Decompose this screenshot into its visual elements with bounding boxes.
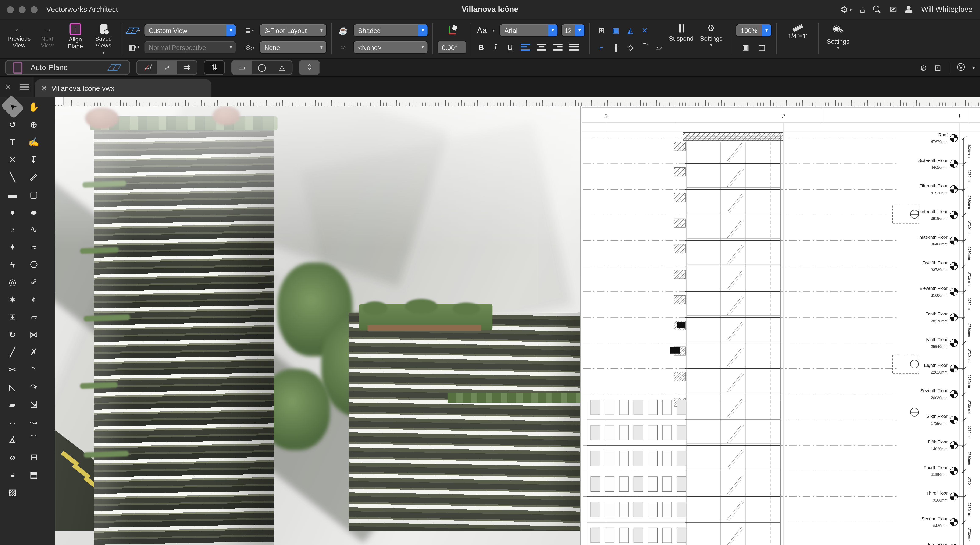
snap-to-edge-icon[interactable]: ∦: [609, 43, 623, 51]
eyedropper-tool[interactable]: ✐: [24, 274, 43, 290]
text-style-icon[interactable]: Aa: [476, 25, 488, 35]
layer-dropdown[interactable]: 3-Floor Layout ▾: [259, 24, 327, 37]
selection-tool[interactable]: ➤: [1, 95, 25, 119]
snap-to-angle-icon[interactable]: ◭: [623, 26, 638, 35]
bold-button[interactable]: B: [476, 42, 487, 52]
clip-cube-icon[interactable]: ⊡: [934, 63, 941, 72]
single-object-scaling-mode[interactable]: ↗: [157, 61, 177, 75]
deform-tool[interactable]: ▱: [24, 309, 43, 325]
polygon-marquee-mode[interactable]: △: [272, 61, 292, 75]
fit-to-page-icon[interactable]: ◳: [756, 43, 768, 51]
font-family-dropdown[interactable]: Arial ▾: [500, 24, 558, 37]
callout-tool[interactable]: ✍: [24, 134, 43, 150]
flatten-tool[interactable]: ↧: [24, 152, 43, 167]
tape-measure-tool[interactable]: ⊟: [24, 449, 43, 465]
pan-tool[interactable]: ✋: [24, 99, 43, 115]
polygon-tool[interactable]: ✦: [3, 239, 22, 255]
fillet-arc-tool[interactable]: ↷: [24, 379, 43, 395]
snap-to-intersection-icon[interactable]: ✕: [638, 26, 652, 35]
palette-menu-icon[interactable]: [20, 84, 29, 90]
rectangle-marquee-mode[interactable]: ▭: [232, 61, 252, 75]
line-tool[interactable]: ╲: [3, 169, 22, 185]
chain-dimension-tool[interactable]: ↝: [24, 414, 43, 430]
section-drawing-view[interactable]: 321Roof47670mmSixteenth Floor44650mmFift…: [582, 106, 980, 545]
rotate-tool[interactable]: ↻: [3, 327, 22, 342]
gear-icon[interactable]: ⚙▾: [840, 5, 851, 14]
dropdown-arrow-icon[interactable]: ▾: [575, 24, 584, 36]
align-right-button[interactable]: [553, 44, 562, 51]
mirror-tool[interactable]: ⋈: [24, 327, 43, 342]
rounded-rectangle-tool[interactable]: ▢: [24, 187, 43, 202]
delete-tool[interactable]: ✕: [3, 152, 22, 167]
planar-object-icon[interactable]: [6, 61, 29, 75]
render-mode-teapot-icon[interactable]: ☕: [336, 26, 350, 35]
circle-tool[interactable]: ●: [3, 204, 22, 220]
mail-icon[interactable]: ✉: [889, 5, 897, 14]
underline-button[interactable]: U: [504, 42, 515, 52]
reshape-tool[interactable]: ⊞: [3, 309, 22, 325]
chevron-down-icon[interactable]: ▾: [973, 65, 975, 70]
move-selection-mode[interactable]: ⇕: [299, 61, 319, 75]
multiple-object-scaling-mode[interactable]: ⇉: [177, 61, 197, 75]
flyover-tool[interactable]: ↺: [3, 117, 22, 132]
fit-to-objects-icon[interactable]: ▣: [739, 43, 752, 51]
regular-polygon-tool[interactable]: ⎔: [24, 257, 43, 272]
background-render-dropdown[interactable]: <None> ▾: [353, 41, 428, 54]
fillet-tool[interactable]: ◝: [24, 362, 43, 377]
home-icon[interactable]: ⌂: [860, 5, 865, 14]
eraser-tool[interactable]: ▰: [3, 397, 22, 412]
current-view-dropdown[interactable]: Custom View ▾: [144, 24, 236, 37]
freehand-tool[interactable]: ∿: [24, 222, 43, 237]
data-visualization-dropdown[interactable]: None ▾: [259, 41, 327, 54]
render-3d-view[interactable]: [55, 106, 580, 545]
spiral-tool[interactable]: ◎: [3, 274, 22, 290]
disable-interactive-scaling-mode[interactable]: ∕↮: [137, 61, 157, 75]
align-left-button[interactable]: [520, 44, 530, 51]
align-plane-button[interactable]: ↓ Align Plane: [61, 21, 89, 57]
previous-view-button[interactable]: ← Previous View: [5, 21, 33, 57]
pane-splitter[interactable]: [580, 106, 582, 545]
visibility-icon[interactable]: ⊘: [920, 63, 927, 72]
window-controls[interactable]: [7, 6, 38, 13]
suspend-snapping-button[interactable]: Suspend: [666, 21, 696, 57]
quick-preferences-button[interactable]: ◉⚙ Settings ▾: [823, 21, 853, 57]
view-plane-icon[interactable]: ▾: [127, 27, 141, 33]
italic-button[interactable]: I: [490, 42, 501, 52]
render-mode-dropdown[interactable]: Shaded ▾: [353, 24, 428, 37]
linear-dimension-tool[interactable]: ↔: [3, 414, 22, 430]
polyline-tool[interactable]: ϟ: [3, 257, 22, 272]
projection-cube-icon[interactable]: ◧⚙: [127, 43, 141, 51]
close-palette-icon[interactable]: ✕: [5, 83, 11, 91]
knife-tool[interactable]: ╱: [3, 344, 22, 360]
zoom-tool[interactable]: ⊕: [24, 117, 43, 132]
detail-marker-tool[interactable]: ▤: [24, 467, 43, 482]
unrestricted-drag-mode[interactable]: ⇅: [204, 61, 224, 75]
working-plane-icon[interactable]: [99, 61, 129, 75]
snap-to-working-plane-icon[interactable]: ▱: [652, 43, 666, 51]
move-by-points-tool[interactable]: ⇲: [24, 397, 43, 412]
close-tab-icon[interactable]: ✕: [41, 84, 47, 92]
snap-to-object-icon[interactable]: ▣: [609, 26, 623, 35]
user-icon[interactable]: [905, 5, 913, 13]
arc-dimension-tool[interactable]: ⌒: [24, 432, 43, 447]
layers-icon[interactable]: ≣▾: [242, 26, 256, 35]
zoom-dropdown[interactable]: 100% ▾: [736, 24, 772, 37]
layer-scale-button[interactable]: 1/4"=1': [781, 21, 814, 57]
double-line-tool[interactable]: ∥: [22, 165, 46, 189]
dropdown-arrow-icon[interactable]: ▾: [226, 24, 235, 36]
angular-dimension-tool[interactable]: ∡: [3, 432, 22, 447]
attribute-mapping-tool[interactable]: ▨: [3, 484, 22, 500]
arc-tool[interactable]: ◔: [3, 222, 22, 237]
select-similar-tool[interactable]: ⌖: [24, 292, 43, 307]
oval-tool[interactable]: ●: [20, 204, 48, 220]
trim-tool[interactable]: ✗: [24, 344, 43, 360]
font-size-dropdown[interactable]: 12 ▾: [561, 24, 585, 37]
split-tool[interactable]: ✂: [3, 362, 22, 377]
diameter-dimension-tool[interactable]: ⌀: [3, 449, 22, 465]
snap-to-arc-icon[interactable]: ⌒: [638, 42, 652, 53]
lasso-marquee-mode[interactable]: ◯: [252, 61, 272, 75]
rectangle-tool[interactable]: ▬: [3, 187, 22, 202]
protractor-tool[interactable]: ◒: [3, 467, 22, 482]
background-render-glasses-icon[interactable]: ∞: [336, 43, 350, 51]
dropdown-arrow-icon[interactable]: ▾: [762, 24, 771, 36]
